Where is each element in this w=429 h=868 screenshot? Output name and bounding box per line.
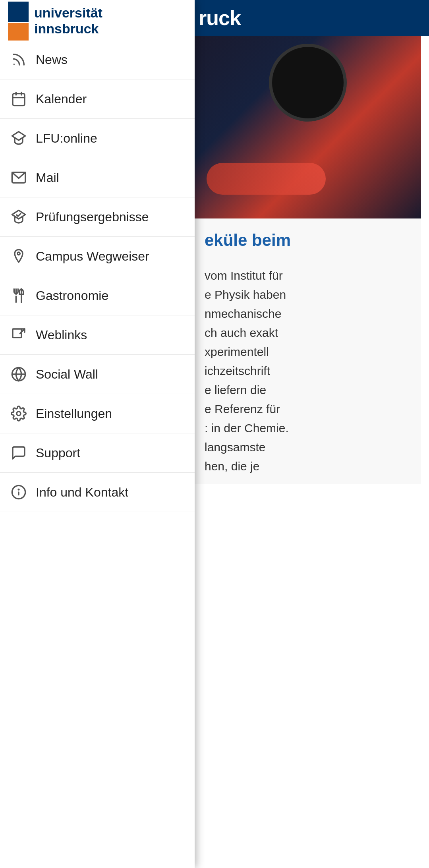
sidebar-item-kalender[interactable]: Kalender xyxy=(0,79,195,119)
logo-area: universität innsbruck xyxy=(0,0,195,40)
sidebar-item-info-und-kontakt[interactable]: Info und Kontakt xyxy=(0,473,195,512)
sidebar-item-gastronomie[interactable]: Gastronomie xyxy=(0,276,195,315)
svg-point-15 xyxy=(17,412,21,416)
mail-icon xyxy=(8,167,29,188)
sidebar-item-label-news: News xyxy=(36,52,68,67)
svg-point-8 xyxy=(17,252,20,255)
svg-rect-1 xyxy=(13,94,25,106)
graduation-icon xyxy=(8,128,29,149)
sidebar-item-news[interactable]: News xyxy=(0,40,195,79)
article-title: eküle beim xyxy=(205,231,291,249)
sidebar-item-label-mail: Mail xyxy=(36,170,59,185)
rss-icon xyxy=(8,49,29,70)
gear-icon xyxy=(8,403,29,424)
nav-list: News Kalender LFU:online xyxy=(0,40,195,512)
article-image xyxy=(195,36,421,218)
logo-square-blue xyxy=(8,2,29,22)
logo-text: universität innsbruck xyxy=(34,5,102,36)
sidebar-item-einstellungen[interactable]: Einstellungen xyxy=(0,394,195,433)
sidebar-item-label-kalender: Kalender xyxy=(36,92,87,106)
sidebar-item-campus-wegweiser[interactable]: Campus Wegweiser xyxy=(0,237,195,276)
sidebar-item-weblinks[interactable]: Weblinks xyxy=(0,315,195,355)
info-icon xyxy=(8,481,29,503)
sidebar-item-support[interactable]: Support xyxy=(0,433,195,473)
sidebar-item-label-einstellungen: Einstellungen xyxy=(36,406,112,421)
sidebar-item-label-gastronomie: Gastronomie xyxy=(36,288,108,303)
sidebar-item-label-weblinks: Weblinks xyxy=(36,328,87,342)
sidebar-item-label-info: Info und Kontakt xyxy=(36,485,128,500)
sidebar-item-mail[interactable]: Mail xyxy=(0,158,195,197)
sidebar-item-label-lfu: LFU:online xyxy=(36,131,97,146)
header-title: ruck xyxy=(199,6,241,30)
sidebar-item-lfu-online[interactable]: LFU:online xyxy=(0,119,195,158)
sidebar-item-label-pruefung: Prüfungsergebnisse xyxy=(36,210,149,224)
sidebar-item-label-support: Support xyxy=(36,446,80,460)
svg-point-0 xyxy=(14,64,15,65)
sidebar-item-label-campus: Campus Wegweiser xyxy=(36,249,149,264)
external-link-icon xyxy=(8,324,29,346)
article-title-block: eküle beim xyxy=(195,218,421,258)
logo-icon-group xyxy=(8,2,29,41)
sidebar-item-social-wall[interactable]: Social Wall xyxy=(0,355,195,394)
logo-square-orange xyxy=(8,23,29,41)
article-body-block: vom Institut für e Physik haben nmechani… xyxy=(195,258,421,484)
fork-knife-icon xyxy=(8,285,29,306)
graduation-check-icon xyxy=(8,206,29,228)
globe-icon xyxy=(8,363,29,385)
calendar-icon xyxy=(8,88,29,110)
drawer: universität innsbruck News xyxy=(0,0,195,868)
location-icon xyxy=(8,246,29,267)
sidebar-item-pruefungsergebnisse[interactable]: Prüfungsergebnisse xyxy=(0,197,195,237)
sidebar-item-label-social-wall: Social Wall xyxy=(36,367,98,382)
article-body: vom Institut für e Physik haben nmechani… xyxy=(205,269,289,473)
chat-icon xyxy=(8,442,29,464)
